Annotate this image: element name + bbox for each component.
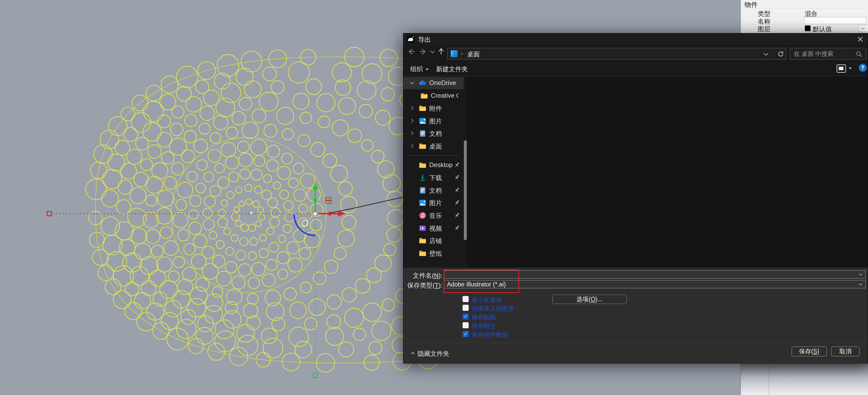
sidebar-item-下载[interactable]: 下载: [403, 172, 464, 184]
pin-icon[interactable]: [454, 187, 460, 194]
sidebar-item-文档[interactable]: 文档: [403, 184, 464, 196]
search-box[interactable]: [790, 48, 866, 60]
dropdown-arrow-icon: [426, 68, 429, 70]
sidebar-item-图片[interactable]: 图片: [403, 115, 464, 127]
sidebar-item-文档[interactable]: 文档: [403, 128, 464, 140]
view-mode-dropdown-icon[interactable]: [849, 67, 852, 69]
forward-icon[interactable]: [418, 47, 428, 56]
refresh-icon[interactable]: [777, 50, 784, 58]
chevron-right-icon[interactable]: [409, 105, 415, 111]
new-folder-button[interactable]: 新建文件夹: [436, 65, 468, 73]
filename-field[interactable]: [444, 270, 866, 279]
gumball-extrude-handle[interactable]: [326, 196, 331, 204]
pin-icon[interactable]: [454, 162, 460, 168]
checkbox-checked[interactable]: ✓: [463, 331, 469, 337]
sidebar-item-OneDrive - Per[interactable]: OneDrive - Per: [403, 77, 464, 89]
desktop-icon: [451, 50, 458, 57]
savetype-value: Adobe Illustrator (*.ai): [447, 281, 506, 288]
pin-icon[interactable]: [454, 212, 460, 219]
chevron-right-icon[interactable]: [409, 130, 415, 136]
sidebar-item-label: 图片: [429, 199, 457, 207]
gumball-x-scale-handle[interactable]: [47, 211, 51, 216]
savetype-dropdown-chevron-icon[interactable]: [858, 282, 863, 287]
checkbox-label[interactable]: 仅保存几何图形: [471, 305, 514, 313]
sidebar-item-label: 店铺: [429, 237, 457, 245]
cursor-trail: [307, 217, 312, 222]
sidebar-item-label: 音乐: [429, 211, 457, 220]
curve-black[interactable]: [330, 197, 405, 213]
gumball[interactable]: [47, 182, 405, 377]
checkbox-label[interactable]: 保存附注: [471, 322, 496, 330]
dialog-titlebar[interactable]: 7 导出: [403, 33, 868, 45]
side-panel-lower: [741, 363, 868, 395]
sidebar-item-label: Creative Clou: [431, 92, 458, 99]
pin-icon[interactable]: [454, 174, 460, 181]
address-dropdown-chevron-icon[interactable]: [762, 50, 770, 58]
filename-input[interactable]: [446, 271, 827, 278]
name-input[interactable]: [804, 17, 866, 24]
sidebar-item-label: 下载: [429, 174, 457, 182]
chevron-right-icon[interactable]: [409, 118, 415, 124]
address-bar[interactable]: › 桌面: [447, 48, 786, 60]
sidebar-item-Creative Clou[interactable]: Creative Clou: [403, 90, 464, 102]
file-list-area[interactable]: [467, 76, 868, 267]
checkbox-unchecked[interactable]: [463, 296, 469, 302]
options-button[interactable]: 选项(O)...: [553, 295, 626, 304]
dialog-toolbar: 组织 新建文件夹 ?: [403, 62, 868, 76]
gumball-rotate-arc[interactable]: [294, 215, 315, 236]
sidebar-item-label: Desktop: [429, 161, 457, 169]
checkbox-label[interactable]: 保存贴图: [471, 313, 496, 321]
checkbox-unchecked[interactable]: [463, 305, 469, 311]
sidebar-item-店铺[interactable]: 店铺: [403, 234, 464, 247]
view-mode-icon[interactable]: [837, 64, 846, 73]
checkbox-label[interactable]: 保存插件数据: [471, 331, 508, 339]
close-icon[interactable]: [857, 35, 864, 43]
chevron-down-icon[interactable]: [409, 80, 415, 86]
filename-dropdown-chevron-icon[interactable]: [858, 272, 863, 277]
hide-folders-button[interactable]: 隐藏文件夹: [411, 349, 450, 358]
pin-icon[interactable]: [454, 225, 460, 231]
breadcrumb-location[interactable]: 桌面: [467, 50, 480, 58]
sidebar-item-Desktop[interactable]: Desktop: [403, 159, 464, 171]
sidebar-item-label: OneDrive - Per: [429, 79, 457, 87]
sidebar-item-壁纸[interactable]: 壁纸: [403, 247, 464, 259]
gumball-center[interactable]: [313, 212, 317, 216]
folder-icon: [418, 161, 427, 169]
cancel-button[interactable]: 取消: [831, 346, 860, 356]
checkbox-checked[interactable]: ✓: [463, 313, 469, 319]
dropdown-button[interactable]: [858, 25, 868, 32]
checkbox-unchecked[interactable]: [463, 322, 469, 328]
sidebar-item-音乐[interactable]: 音乐: [403, 209, 464, 222]
property-row-类型: 类型混合: [743, 9, 867, 17]
sidebar-item-label: 桌面: [429, 142, 457, 151]
savetype-combo[interactable]: Adobe Illustrator (*.ai): [444, 280, 866, 288]
sidebar-item-桌面[interactable]: 桌面: [403, 140, 464, 152]
gumball-x-dot[interactable]: [328, 212, 332, 216]
sidebar-scrollbar[interactable]: [464, 141, 467, 240]
pin-icon[interactable]: [454, 199, 460, 206]
sidebar-item-label: 文档: [429, 130, 457, 138]
up-icon[interactable]: [437, 47, 446, 56]
back-icon[interactable]: [406, 47, 415, 56]
gumball-y-scale-handle[interactable]: [313, 373, 317, 377]
sidebar-item-图片[interactable]: 图片: [403, 197, 464, 209]
color-swatch: [805, 25, 811, 31]
sidebar-item-附件[interactable]: 附件: [403, 102, 464, 114]
gumball-y-dot[interactable]: [313, 199, 317, 202]
recent-locations-chevron-icon[interactable]: [429, 47, 436, 56]
divider: [403, 76, 868, 76]
chevron-right-icon[interactable]: [409, 143, 415, 149]
organize-button[interactable]: 组织: [410, 65, 429, 73]
savetype-label: 保存类型(T):: [400, 281, 442, 290]
checkbox-label[interactable]: 最小化保存: [471, 296, 502, 304]
help-button[interactable]: ?: [859, 64, 867, 72]
sidebar-item-视频[interactable]: 视频: [403, 222, 464, 234]
properties-panel: 物件 类型混合名称图层默认值显示颜色以图层: [741, 0, 868, 35]
rhino-application: 物件 类型混合名称图层默认值显示颜色以图层 7 导出: [0, 0, 868, 395]
downloads-icon: [418, 174, 427, 181]
search-input[interactable]: [793, 49, 852, 58]
rhino7-app-icon: 7: [407, 35, 415, 43]
save-button[interactable]: 保存(S): [792, 346, 827, 356]
folder-icon: [418, 249, 427, 257]
search-icon: [856, 51, 863, 57]
